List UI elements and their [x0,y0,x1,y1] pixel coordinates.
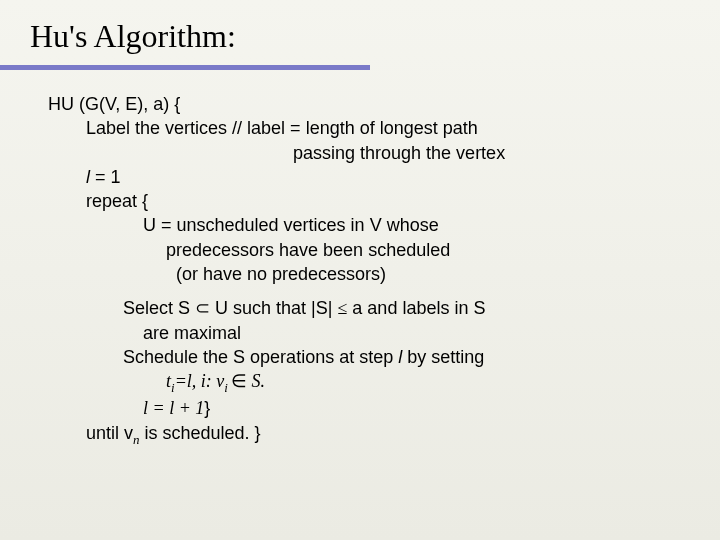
select-line-1: Select S ⊂ U such that |S| ≤ a and label… [48,296,672,320]
u-line-3: (or have no predecessors) [48,262,672,286]
label-line-2: passing through the vertex [48,141,672,165]
repeat-line: repeat { [48,189,672,213]
u-line-1: U = unscheduled vertices in V whose [48,213,672,237]
title-rule [0,65,370,70]
until-line: until vn is scheduled. } [48,421,672,448]
select-line-2: are maximal [48,321,672,345]
slide-title: Hu's Algorithm: [0,0,720,61]
label-line-1: Label the vertices // label = length of … [48,116,672,140]
init-line: l = 1 [48,165,672,189]
increment-line: l = l + 1} [48,396,672,420]
func-signature: HU (G(V, E), a) { [48,92,672,116]
algorithm-body: HU (G(V, E), a) { Label the vertices // … [0,92,720,448]
u-line-2: predecessors have been scheduled [48,238,672,262]
assign-line: ti=l, i: vi ∈ S. [48,369,672,396]
schedule-line: Schedule the S operations at step l by s… [48,345,672,369]
